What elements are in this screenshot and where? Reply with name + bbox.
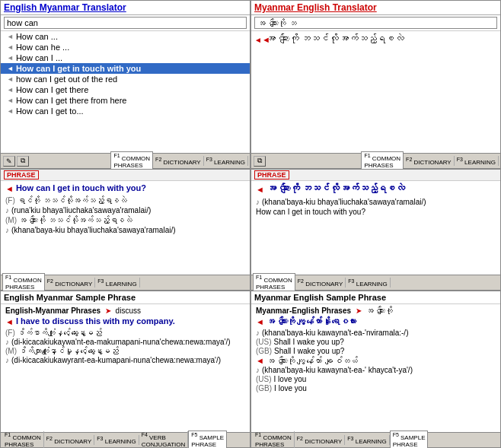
- sample-main-sentence-right: အင်ဴျားကို ကျွန်တော်နိုးရစေလားး: [266, 316, 356, 326]
- arrow-right-right: ➤: [356, 307, 362, 315]
- sample-pron-f: (di-kicacakiukaywa'nt-ea-makumapani-nuna…: [11, 338, 231, 346]
- prefix-m: (M): [5, 347, 17, 355]
- phrase-row: ♪ (runa'kiu bhaya'liuchaka'sawaya'ramala…: [5, 206, 245, 214]
- sample-row: (F) ဒိက်ငာကိကျုံနှင့်ဆွေးနွေးမည်: [5, 329, 245, 337]
- phrase-label-right: PHRASE: [251, 170, 500, 181]
- prefix-us1: (US): [256, 338, 272, 346]
- sample-subtitle-right: Myanmar-English Phrases: [256, 307, 351, 315]
- phrase-main-title-left: How can I get in touch with you?: [16, 183, 146, 192]
- sample-content-left: English-Myanmar Phrases ➤ discuss ◄ I ha…: [1, 304, 250, 432]
- search-input-right[interactable]: [254, 17, 497, 29]
- tab-sample-phrase-sample-left[interactable]: F5 SAMPLEPHRASE: [188, 431, 227, 448]
- english-myanmar-translator-panel: English Myanmar Translator ◄How can ... …: [0, 0, 250, 169]
- arrow-right-left: ➤: [105, 307, 111, 315]
- sample-pron-r1: (khana'baya-kiu kawayna't-ea-'nviramala:…: [262, 329, 408, 337]
- tab-dictionary-f2[interactable]: F2 DICTIONARY: [153, 156, 204, 167]
- sample-row: ♪ (khana'baya-kiu kawayna't-ea-' khayca'…: [256, 366, 496, 374]
- suggestions-list-left: ◄How can ... ◄How can he ... ◄How can I …: [1, 31, 250, 153]
- speaker-icon-sample-left[interactable]: ◄: [5, 317, 14, 326]
- note-icon-r1[interactable]: ♪: [256, 198, 260, 206]
- phrase-english-translation: How can I get in touch with you?: [256, 208, 365, 216]
- tab-common-phrases-f1-right[interactable]: F1 COMMONPHRASES: [361, 151, 404, 170]
- sample-text-myanmar2: အင်ဴျားကို ကျွန်တော် ချစ်တယ်: [266, 356, 358, 365]
- phrase-row: ♪ (khana'baya-kiu bhaya'liuchaka'sawaya'…: [5, 226, 245, 234]
- phrase-text-myanmar-f: ရင်ကို ဘသင်လိုအက်သည့်ရစလဲ: [18, 196, 127, 205]
- prefix-us2: (US): [256, 375, 272, 383]
- tab-dictionary-sample-left[interactable]: F2 DICTIONARY: [44, 435, 95, 446]
- search-box-right: [251, 15, 500, 31]
- sample-text-us1: Shall I wake you up?: [274, 338, 344, 346]
- search-input-left[interactable]: [4, 17, 247, 29]
- phrase-main-title-right: အင်ဴျားကို ဘသင်လိုအက်သည့်ရစလဲ: [266, 183, 405, 194]
- tab-dictionary-phrase-left[interactable]: F2 DICTIONARY: [45, 278, 96, 288]
- tab-dictionary-phrase-right[interactable]: F2 DICTIONARY: [295, 278, 346, 288]
- suggestion-item[interactable]: ◄How can he ...: [1, 42, 250, 52]
- pencil-icon-btn[interactable]: ✎: [3, 156, 15, 167]
- tab-sample-phrase-sample-right[interactable]: F5 SAMPLEPHRASE: [390, 431, 429, 448]
- note-icon-1[interactable]: ♪: [5, 206, 9, 214]
- tab-dictionary-f2-right[interactable]: F2 DICTIONARY: [404, 156, 455, 167]
- speaker-icon-sample-right[interactable]: ◄: [256, 317, 264, 326]
- note-icon-s1[interactable]: ♪: [5, 338, 9, 346]
- tab-learning-sample-left[interactable]: F3 LEARNING: [94, 435, 139, 446]
- sample-row: ♪ (khana'baya-kiu kawayna't-ea-'nviramal…: [256, 329, 496, 337]
- sample-topic-left: discuss: [116, 307, 141, 315]
- tab-dictionary-sample-right[interactable]: F2 DICTIONARY: [295, 435, 346, 446]
- sample-subtitle-left: English-Myanmar Phrases: [5, 307, 101, 315]
- tab-learning-phrase-left[interactable]: F3 LEARNING: [95, 278, 139, 288]
- suggestion-item[interactable]: ◄How can I get there: [1, 84, 250, 95]
- suggestion-item[interactable]: ◄how can I get out of the red: [1, 74, 250, 84]
- tab-common-phrases-phrase-left[interactable]: F1 COMMONPHRASES: [2, 273, 45, 292]
- sample-text-f: ဒိက်ငာကိကျုံနှင့်ဆွေးနွေးမည်: [18, 329, 102, 337]
- tab-common-phrases-f1[interactable]: F1 COMMONPHRASES: [110, 151, 153, 170]
- note-icon-r2[interactable]: ◄: [256, 356, 264, 365]
- english-myanmar-title: English Myanmar Translator: [1, 1, 250, 15]
- phrase-row: (M) အင်ဴျားကို ဘသင်လိုအက်သည့်ရစလဲ: [5, 216, 245, 224]
- suggestion-item[interactable]: ◄How can I get there from here: [1, 95, 250, 106]
- speaker-icon-phrase-right[interactable]: ◄: [256, 185, 264, 194]
- suggestion-item-selected[interactable]: ◄How can I get in touch with you: [1, 63, 250, 74]
- suggestion-item[interactable]: ◄How can I ...: [1, 52, 250, 63]
- phrase-row: How can I get in touch with you?: [256, 208, 496, 216]
- phrase-pronunciation-f: (runa'kiu bhaya'liuchaka'sawaya'ramalai/…: [11, 206, 151, 214]
- prefix-label-m: (M): [5, 216, 17, 224]
- tab-common-phrases-phrase-right[interactable]: F1 COMMONPHRASES: [253, 273, 295, 292]
- tab-learning-sample-right[interactable]: F3 LEARNING: [345, 435, 389, 446]
- sample-topic-right: အင်ဴျားကို: [366, 307, 393, 315]
- copy-icon-btn[interactable]: ⧉: [17, 156, 29, 167]
- phrase-text-myanmar-m: အင်ဴျားကို ဘသင်လိုအက်သည့်ရစလဲ: [19, 216, 132, 224]
- search-box-left: [1, 15, 250, 31]
- tab-learning-phrase-right[interactable]: F3 LEARNING: [346, 278, 390, 288]
- speaker-icon-phrase-left[interactable]: ◄: [5, 184, 14, 193]
- note-icon-r1[interactable]: ♪: [256, 329, 260, 337]
- toolbar-bottom-right: ⧉ F1 COMMONPHRASES F2 DICTIONARY F3 LEAR…: [251, 153, 500, 168]
- tab-learning-f3[interactable]: F3 LEARNING: [204, 156, 248, 167]
- note-icon-r3[interactable]: ♪: [256, 366, 260, 374]
- sample-row: ♪ (di-kicacakiukawyrant-ea-kumapani-nuna…: [5, 356, 245, 364]
- sample-text-m: ဒိကိကျာကျုံနှောင်မှုနှင့်ဆွေးနွေးမည်: [19, 347, 119, 355]
- sample-row: (GB) I love you: [256, 384, 496, 392]
- phrase-label-box-right: PHRASE: [254, 170, 289, 180]
- toolbar-bottom-left: ✎ ⧉ F1 COMMONPHRASES F2 DICTIONARY F3 LE…: [1, 153, 250, 168]
- speaker-icon-right[interactable]: ◄: [254, 35, 263, 43]
- tab-learning-f3-right[interactable]: F3 LEARNING: [455, 156, 499, 167]
- copy-icon-btn-right[interactable]: ⧉: [254, 156, 266, 167]
- tab-verb-conjugation-sample-left[interactable]: F4 VERBCONJUGATION: [139, 431, 189, 448]
- translation-content-right: ◄ အင်ဴျားကို ဘသင်လိုအက်သည့်ရစလဲ: [251, 31, 500, 153]
- tab-common-phrases-sample-left[interactable]: F1 COMMONPHRASES: [2, 431, 44, 448]
- suggestion-item[interactable]: ◄How can ...: [1, 31, 250, 42]
- bottom-tabs-sample-left: F1 COMMONPHRASES F2 DICTIONARY F3 LEARNI…: [1, 432, 250, 447]
- suggestion-item[interactable]: ◄How can I get to...: [1, 106, 250, 116]
- sample-title-right: Myanmar English Sample Phrase: [251, 291, 500, 304]
- tab-common-phrases-sample-right[interactable]: F1 COMMONPHRASES: [253, 431, 295, 448]
- sample-pron-r2: (khana'baya-kiu kawayna't-ea-' khayca't-…: [262, 366, 413, 374]
- note-icon-s2[interactable]: ♪: [5, 356, 9, 364]
- sample-row: ◄ အင်ဴျားကို ကျွန်တော် ချစ်တယ်: [256, 356, 496, 365]
- phrase-panel-right: PHRASE ◄ အင်ဴျားကို ဘသင်လိုအက်သည့်ရစလဲ ♪…: [250, 169, 501, 291]
- sample-text-gb1: Shall I wake you up?: [274, 347, 344, 355]
- myanmar-english-translator-panel: Myanmar English Translator ◄ အင်ဴျားကို …: [250, 0, 501, 169]
- sample-pron-m: (di-kicacakiukawyrant-ea-kumapani-nuna'c…: [11, 356, 221, 364]
- myanmar-english-title: Myanmar English Translator: [251, 1, 500, 15]
- note-icon-2[interactable]: ♪: [5, 226, 9, 234]
- prefix-gb2: (GB): [256, 384, 272, 392]
